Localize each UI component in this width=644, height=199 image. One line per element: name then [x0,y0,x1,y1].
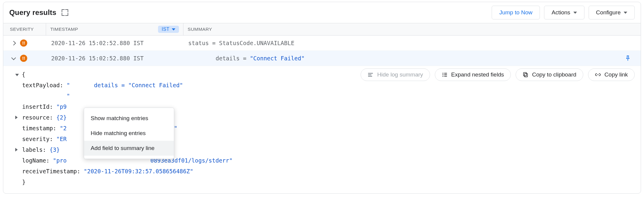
topbar: Query results Jump to Now Actions Config… [3,2,641,23]
copy-link-button[interactable]: Copy link [588,68,635,81]
title-wrap: Query results [9,8,68,17]
json-line[interactable]: receiveTimestamp: "2020-11-26T09:32:57.0… [15,166,641,177]
cell-severity: !! [3,39,47,47]
configure-label: Configure [596,9,621,16]
col-summary[interactable]: SUMMARY [183,23,641,35]
actions-button[interactable]: Actions [544,6,584,19]
cell-summary: details = "Connect Failed" [184,55,641,62]
link-icon [595,72,601,78]
svg-rect-1 [368,74,371,75]
cell-timestamp: 2020-11-26 15:02:52.880 IST [47,40,184,46]
log-action-chips: Hide log summary Expand nested fields Co… [361,68,635,81]
pin-icon [625,55,631,62]
severity-error-icon: !! [20,55,27,62]
log-row[interactable]: !! 2020-11-26 15:02:52.880 IST status = … [3,36,641,51]
col-severity[interactable]: SEVERITY [3,23,46,35]
pin-button[interactable] [625,55,637,62]
timezone-label: IST [162,27,169,32]
timezone-chip[interactable]: IST [158,26,179,33]
chevron-down-icon [573,12,577,14]
col-timestamp-label: TIMESTAMP [50,27,78,32]
collapse-chevron-icon[interactable] [11,56,16,61]
log-row[interactable]: !! 2020-11-26 15:02:52.880 IST details =… [3,51,641,66]
copy-clipboard-label: Copy to clipboard [532,71,576,78]
jump-to-now-button[interactable]: Jump to Now [492,6,540,19]
copy-link-label: Copy link [604,71,628,78]
query-results-panel: Query results Jump to Now Actions Config… [3,2,641,194]
copy-icon [523,72,528,78]
hide-log-summary-button[interactable]: Hide log summary [361,68,430,81]
context-menu: Show matching entries Hide matching entr… [84,108,174,159]
chevron-down-icon [172,28,175,30]
copy-clipboard-button[interactable]: Copy to clipboard [516,68,583,81]
cell-timestamp: 2020-11-26 15:02:52.880 IST [47,55,184,62]
caret-down-icon[interactable] [15,74,19,76]
svg-rect-0 [368,73,373,74]
expand-chevron-icon[interactable] [11,41,16,45]
expand-icon [442,72,448,78]
top-actions: Jump to Now Actions Configure [492,6,635,19]
ctx-add-field[interactable]: Add field to summary line [84,141,174,156]
summary-icon [367,72,373,78]
cell-summary: status = StatusCode.UNAVAILABLE [184,40,641,46]
configure-button[interactable]: Configure [589,6,635,19]
cell-severity: !! [3,55,47,62]
svg-rect-3 [525,74,528,77]
svg-rect-4 [523,73,526,76]
expand-nested-label: Expand nested fields [451,71,504,78]
summary-text: status = StatusCode.UNAVAILABLE [188,40,294,46]
json-line[interactable]: textPayload: " details = "Connect Failed… [15,80,641,91]
summary-prefix: details = [188,55,250,62]
actions-label: Actions [552,9,570,16]
page-title: Query results [9,8,56,17]
json-line: } [15,177,641,187]
json-line: " [15,91,641,101]
ctx-show-matching[interactable]: Show matching entries [84,111,174,126]
column-headers: SEVERITY TIMESTAMP IST SUMMARY [3,23,641,36]
ctx-hide-matching[interactable]: Hide matching entries [84,126,174,141]
col-timestamp[interactable]: TIMESTAMP IST [46,23,183,35]
svg-rect-2 [368,76,372,76]
expand-nested-button[interactable]: Expand nested fields [435,68,511,81]
jump-to-now-label: Jump to Now [499,9,532,16]
fullscreen-icon[interactable] [62,9,68,16]
chevron-down-icon [624,12,627,14]
hide-log-summary-label: Hide log summary [377,71,423,78]
summary-value: "Connect Failed" [250,55,305,62]
severity-error-icon: !! [20,39,27,47]
